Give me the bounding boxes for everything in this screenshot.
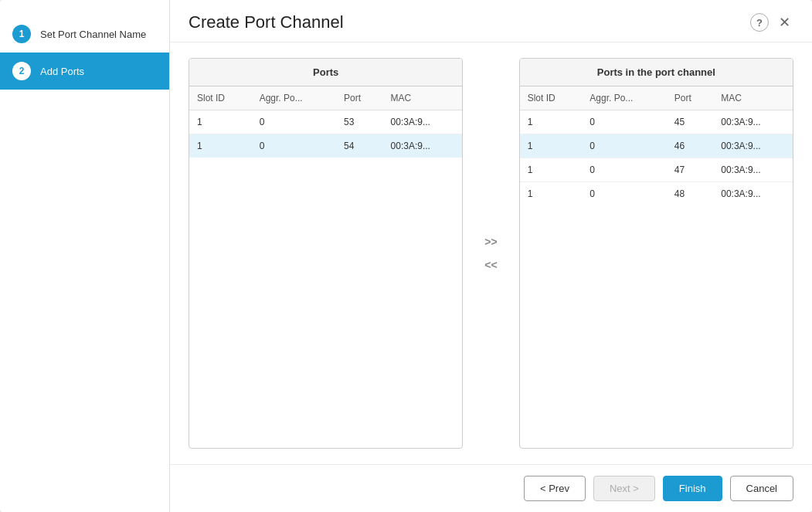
ports-col-mac: MAC	[383, 86, 463, 110]
step-badge-2: 2	[12, 62, 31, 80]
next-button: Next >	[593, 476, 655, 501]
table-row[interactable]: 1 0 53 00:3A:9...	[189, 110, 462, 134]
cell-port: 48	[667, 182, 713, 206]
add-ports-button[interactable]: >>	[481, 233, 500, 250]
ports-table-container: Slot ID Aggr. Po... Port MAC 1 0 53 00:3…	[189, 86, 462, 448]
sidebar: 1 Set Port Channel Name 2 Add Ports	[0, 0, 170, 512]
table-row[interactable]: 1 0 54 00:3A:9...	[189, 134, 462, 158]
prev-button[interactable]: < Prev	[524, 476, 586, 501]
port-channel-panel: Ports in the port channel Slot ID Aggr. …	[519, 58, 793, 449]
ports-table: Slot ID Aggr. Po... Port MAC 1 0 53 00:3…	[189, 86, 462, 158]
cell-aggr-po: 0	[582, 134, 666, 158]
cell-aggr-po: 0	[582, 182, 666, 206]
sidebar-item-label-1: Set Port Channel Name	[40, 29, 146, 40]
cell-slot-id: 1	[520, 182, 583, 206]
modal-title: Create Port Channel	[189, 12, 344, 32]
sidebar-item-label-2: Add Ports	[40, 66, 84, 77]
cell-aggr-po: 0	[252, 134, 336, 158]
pc-col-port: Port	[667, 86, 713, 110]
transfer-buttons: >> <<	[475, 58, 506, 449]
cell-mac: 00:3A:9...	[713, 134, 793, 158]
cell-mac: 00:3A:9...	[383, 110, 463, 134]
cell-mac: 00:3A:9...	[713, 182, 793, 206]
pc-col-aggr-po: Aggr. Po...	[582, 86, 666, 110]
cell-mac: 00:3A:9...	[383, 134, 463, 158]
ports-col-port: Port	[336, 86, 382, 110]
port-channel-header-row: Slot ID Aggr. Po... Port MAC	[520, 86, 793, 110]
cell-aggr-po: 0	[252, 110, 336, 134]
pc-col-slot-id: Slot ID	[520, 86, 583, 110]
ports-table-header-row: Slot ID Aggr. Po... Port MAC	[189, 86, 462, 110]
modal: 1 Set Port Channel Name 2 Add Ports Crea…	[0, 0, 812, 512]
help-button[interactable]: ?	[750, 13, 769, 32]
cell-aggr-po: 0	[582, 158, 666, 182]
port-channel-table-container: Slot ID Aggr. Po... Port MAC 1 0 45 00:3…	[520, 86, 793, 448]
table-row[interactable]: 1 0 48 00:3A:9...	[520, 182, 793, 206]
cell-slot-id: 1	[520, 134, 583, 158]
port-channel-table: Slot ID Aggr. Po... Port MAC 1 0 45 00:3…	[520, 86, 793, 205]
cancel-button[interactable]: Cancel	[730, 476, 793, 501]
cell-port: 54	[336, 134, 382, 158]
close-button[interactable]: ✕	[775, 13, 793, 32]
ports-panel-header: Ports	[189, 59, 462, 86]
modal-header: Create Port Channel ? ✕	[170, 0, 812, 42]
table-row[interactable]: 1 0 46 00:3A:9...	[520, 134, 793, 158]
port-channel-table-body: 1 0 45 00:3A:9... 1 0 46 00:3A:9... 1 0 …	[520, 110, 793, 206]
sidebar-item-add-ports[interactable]: 2 Add Ports	[0, 53, 169, 90]
cell-slot-id: 1	[520, 110, 583, 134]
ports-table-body: 1 0 53 00:3A:9... 1 0 54 00:3A:9...	[189, 110, 462, 158]
cell-slot-id: 1	[520, 158, 583, 182]
cell-port: 47	[667, 158, 713, 182]
modal-footer: < Prev Next > Finish Cancel	[170, 464, 812, 512]
cell-port: 45	[667, 110, 713, 134]
port-channel-panel-header: Ports in the port channel	[520, 59, 793, 86]
main-content: Create Port Channel ? ✕ Ports Slot ID Ag…	[170, 0, 812, 512]
table-row[interactable]: 1 0 47 00:3A:9...	[520, 158, 793, 182]
ports-col-slot-id: Slot ID	[189, 86, 252, 110]
step-badge-1: 1	[12, 25, 31, 43]
sidebar-item-set-port-channel-name[interactable]: 1 Set Port Channel Name	[0, 15, 169, 53]
cell-mac: 00:3A:9...	[713, 110, 793, 134]
finish-button[interactable]: Finish	[663, 476, 722, 501]
ports-panel: Ports Slot ID Aggr. Po... Port MAC	[189, 58, 463, 449]
cell-slot-id: 1	[189, 110, 252, 134]
table-row[interactable]: 1 0 45 00:3A:9...	[520, 110, 793, 134]
pc-col-mac: MAC	[713, 86, 793, 110]
cell-slot-id: 1	[189, 134, 252, 158]
cell-mac: 00:3A:9...	[713, 158, 793, 182]
cell-aggr-po: 0	[582, 110, 666, 134]
modal-body: Ports Slot ID Aggr. Po... Port MAC	[170, 42, 812, 464]
ports-col-aggr-po: Aggr. Po...	[252, 86, 336, 110]
cell-port: 53	[336, 110, 382, 134]
header-actions: ? ✕	[750, 13, 793, 32]
remove-ports-button[interactable]: <<	[481, 256, 500, 273]
cell-port: 46	[667, 134, 713, 158]
